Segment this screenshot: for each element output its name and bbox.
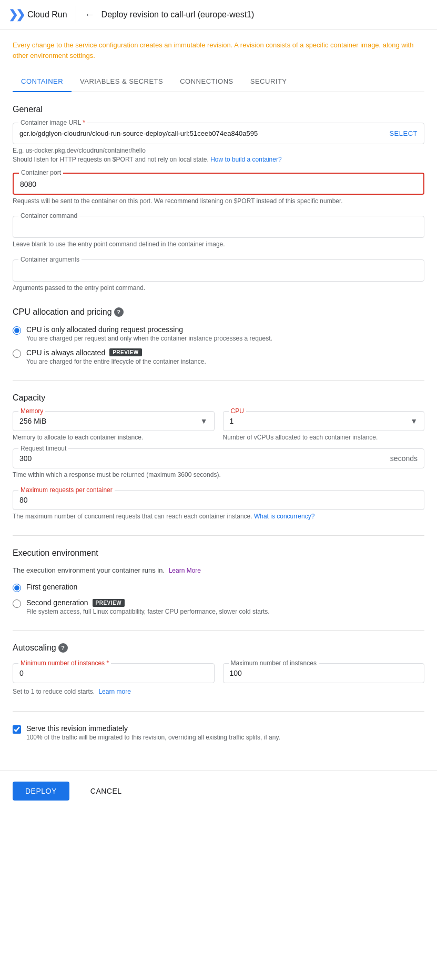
max-requests-help: The maximum number of concurrent request…	[13, 512, 424, 521]
general-title: General	[13, 105, 424, 114]
info-banner: Every change to the service configuratio…	[13, 40, 424, 61]
container-args-label: Container arguments	[18, 256, 82, 263]
max-requests-label: Maximum requests per container	[18, 486, 115, 494]
container-port-help: Requests will be sent to the container o…	[13, 197, 424, 206]
serve-revision-desc: 100% of the traffic will be migrated to …	[26, 734, 280, 741]
cpu-request-label: CPU is only allocated during request pro…	[26, 325, 272, 334]
container-command-help: Leave blank to use the entry point comma…	[13, 240, 424, 249]
autoscaling-section: Autoscaling ? Minimum number of instance…	[13, 643, 424, 696]
deploy-button[interactable]: DEPLOY	[13, 782, 69, 801]
max-instances-label: Maximum number of instances	[229, 659, 319, 667]
cpu-title: CPU allocation and pricing	[13, 307, 112, 317]
memory-select[interactable]: 256 MiB 128 MiB 512 MiB 1 GiB 2 GiB 4 Gi…	[19, 417, 200, 425]
app-logo: ❯❯ Cloud Run	[8, 8, 67, 22]
app-name: Cloud Run	[27, 10, 67, 19]
tab-container[interactable]: CONTAINER	[13, 71, 72, 92]
cpu-request-radio[interactable]	[13, 326, 21, 335]
gen2-radio[interactable]	[13, 599, 21, 608]
cpu-always-radio[interactable]	[13, 349, 21, 358]
cpu-field: CPU 1 2 4 ▼ Number of vCPUs allocated to…	[223, 411, 425, 442]
gen1-option: First generation	[13, 583, 424, 592]
serve-revision-section: Serve this revision immediately 100% of …	[13, 724, 424, 741]
container-image-proper: Container image URL * SELECT E.g. us-doc…	[13, 123, 424, 164]
section-divider-2	[13, 535, 424, 536]
cpu-option-always: CPU is always allocated PREVIEW You are …	[13, 348, 424, 365]
request-timeout-input[interactable]	[19, 454, 390, 463]
gen1-label: First generation	[26, 583, 77, 591]
tab-connections[interactable]: CONNECTIONS	[171, 71, 242, 92]
instances-row: Minimum number of instances * Maximum nu…	[13, 663, 424, 683]
max-requests-input[interactable]	[19, 496, 418, 504]
memory-label: Memory	[18, 407, 45, 415]
container-args-input[interactable]	[19, 266, 418, 275]
page-title: Deploy revision to call-url (europe-west…	[101, 10, 255, 19]
serve-revision-label: Serve this revision immediately	[26, 724, 280, 733]
general-section: General Container image URL * SELECT E.g…	[13, 105, 424, 293]
memory-dropdown-arrow: ▼	[200, 417, 208, 425]
gen1-radio[interactable]	[13, 584, 21, 592]
section-divider-1	[13, 380, 424, 381]
cpu-always-label: CPU is always allocated	[26, 348, 105, 357]
cpu-option-request: CPU is only allocated during request pro…	[13, 325, 424, 342]
autoscaling-help-icon[interactable]: ?	[58, 643, 68, 653]
memory-help: Memory to allocate to each container ins…	[13, 433, 215, 442]
logo-icon: ❯❯	[8, 8, 23, 22]
max-instances-field: Maximum number of instances	[223, 663, 425, 683]
main-content: Every change to the service configuratio…	[0, 29, 437, 766]
min-instances-field: Minimum number of instances *	[13, 663, 215, 683]
tab-variables[interactable]: VARIABLES & SECRETS	[72, 71, 171, 92]
cpu-help-icon[interactable]: ?	[114, 307, 124, 317]
container-command-label: Container command	[18, 212, 79, 219]
capacity-title: Capacity	[13, 393, 424, 403]
serve-revision-row: Serve this revision immediately 100% of …	[13, 724, 424, 741]
cpu-always-preview-badge: PREVIEW	[109, 348, 142, 356]
execution-env-title: Execution environment	[13, 548, 424, 558]
cpu-request-desc: You are charged per request and only whe…	[26, 335, 272, 342]
how-to-build-link[interactable]: How to build a container?	[210, 156, 281, 163]
cpu-help: Number of vCPUs allocated to each contai…	[223, 433, 425, 442]
memory-field: Memory 256 MiB 128 MiB 512 MiB 1 GiB 2 G…	[13, 411, 215, 442]
concurrency-link[interactable]: What is concurrency?	[254, 513, 314, 520]
container-port-label: Container port	[19, 169, 63, 176]
header-divider	[76, 6, 76, 23]
cpu-always-desc: You are charged for the entire lifecycle…	[26, 358, 206, 365]
max-instances-input[interactable]	[230, 669, 418, 677]
cancel-button[interactable]: CANCEL	[78, 782, 135, 801]
min-instances-label: Minimum number of instances *	[18, 659, 111, 667]
cpu-select[interactable]: 1 2 4	[230, 417, 411, 425]
request-timeout-field: Request timeout seconds Time within whic…	[13, 448, 424, 479]
request-timeout-help: Time within which a response must be ret…	[13, 471, 424, 479]
gen2-label: Second generation	[26, 598, 88, 607]
img-url-float-label: Container image URL *	[18, 119, 87, 126]
tabs-bar: CONTAINER VARIABLES & SECRETS CONNECTION…	[13, 71, 424, 92]
min-instances-input[interactable]	[19, 669, 208, 677]
request-timeout-label: Request timeout	[18, 445, 68, 452]
container-args-field: Container arguments Arguments passed to …	[13, 259, 424, 293]
header: ❯❯ Cloud Run ← Deploy revision to call-u…	[0, 0, 437, 29]
cpu-dropdown-arrow: ▼	[410, 417, 418, 425]
back-button[interactable]: ←	[85, 8, 95, 21]
cpu-allocation-section: CPU allocation and pricing ? CPU is only…	[13, 307, 424, 365]
request-timeout-suffix: seconds	[390, 454, 418, 463]
cpu-label: CPU	[229, 407, 246, 415]
container-command-input[interactable]	[19, 223, 418, 231]
autoscaling-learn-more[interactable]: Learn more	[98, 688, 130, 695]
gen2-option: Second generation PREVIEW File system ac…	[13, 598, 424, 615]
select-button[interactable]: SELECT	[383, 129, 424, 137]
autoscaling-title: Autoscaling	[13, 643, 56, 653]
capacity-section: Capacity Memory 256 MiB 128 MiB 512 MiB …	[13, 393, 424, 521]
min-instances-help: Set to 1 to reduce cold starts. Learn mo…	[13, 687, 424, 696]
action-bar: DEPLOY CANCEL	[0, 771, 437, 811]
section-divider-4	[13, 711, 424, 712]
container-port-input[interactable]	[20, 180, 417, 188]
learn-more-link[interactable]: Learn More	[169, 567, 201, 574]
execution-env-desc: The execution environment your container…	[13, 566, 424, 574]
container-command-field: Container command Leave blank to use the…	[13, 216, 424, 249]
serve-revision-checkbox[interactable]	[13, 725, 21, 734]
gen2-desc: File system access, full Linux compatibi…	[26, 608, 270, 615]
section-divider-3	[13, 630, 424, 631]
tab-security[interactable]: SECURITY	[242, 71, 296, 92]
execution-env-section: Execution environment The execution envi…	[13, 548, 424, 615]
memory-cpu-row: Memory 256 MiB 128 MiB 512 MiB 1 GiB 2 G…	[13, 411, 424, 442]
gen2-preview-badge: PREVIEW	[93, 599, 125, 607]
